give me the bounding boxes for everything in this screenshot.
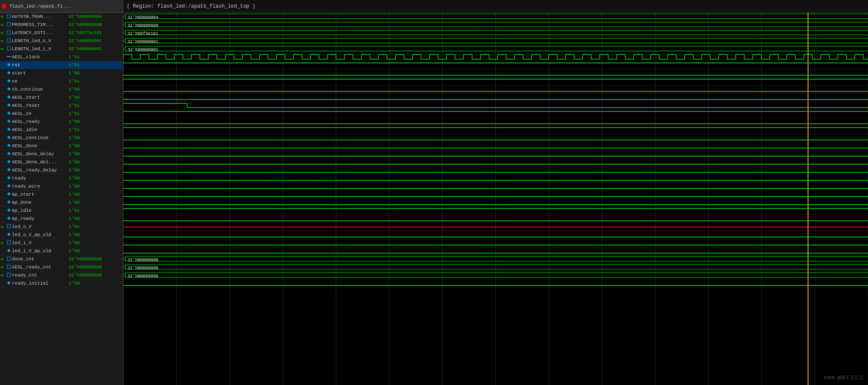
svg-marker-6 bbox=[7, 63, 11, 66]
bus-icon bbox=[7, 22, 11, 28]
svg-text:32'h00000001: 32'h00000001 bbox=[128, 40, 158, 44]
waveform-svg: 32'h0000000432'h0098968032'h05f5e10132'h… bbox=[123, 13, 868, 385]
signal-row-ap_idle[interactable]: ap_idle1'h1 bbox=[0, 207, 123, 215]
wire-signal-icon bbox=[7, 168, 11, 172]
signal-row-led_o_v[interactable]: ⊞led_o_V1'hx bbox=[0, 223, 123, 231]
signal-value-led_o_v: 1'hx bbox=[67, 224, 114, 229]
signal-row-aesl_ce[interactable]: AESL_ce1'h1 bbox=[0, 110, 123, 118]
svg-marker-12 bbox=[7, 111, 11, 115]
expand-btn-led_i_v[interactable]: ⊞ bbox=[1, 241, 6, 245]
signal-row-aesl_done[interactable]: AESL_done1'h0 bbox=[0, 142, 123, 150]
svg-rect-5 bbox=[7, 56, 11, 57]
wire-signal-icon bbox=[7, 281, 11, 285]
signal-value-led_i_v: 1'h0 bbox=[67, 240, 114, 245]
signal-row-aesl_clock[interactable]: AESL_clock1'h1 bbox=[0, 53, 123, 61]
expand-btn-ready_cnt[interactable]: ⊞ bbox=[1, 273, 6, 278]
bus-icon bbox=[7, 265, 11, 270]
signal-value-length_led_i_v: 32'h00000001 bbox=[67, 46, 114, 51]
bus-icon bbox=[7, 30, 11, 36]
expand-btn-aesl_ready_cnt[interactable]: ⊞ bbox=[1, 265, 6, 270]
signal-row-led_i_v_ap_vld[interactable]: led_i_V_ap_vld1'h0 bbox=[0, 247, 123, 255]
signal-row-ce[interactable]: ce1'h1 bbox=[0, 77, 123, 86]
svg-marker-24 bbox=[7, 208, 11, 212]
signal-value-aesl_start: 1'h0 bbox=[67, 95, 114, 100]
signal-row-aesl_ready[interactable]: AESL_ready1'h0 bbox=[0, 118, 123, 126]
signal-row-ready_wire[interactable]: ready_wire1'h0 bbox=[0, 183, 123, 191]
wire-icon bbox=[7, 216, 11, 222]
wire-signal-icon bbox=[7, 87, 11, 91]
signal-name-aesl_clock: AESL_clock bbox=[12, 54, 40, 60]
signal-row-start[interactable]: start1'h0 bbox=[0, 69, 123, 77]
signal-name-aesl_ce: AESL_ce bbox=[12, 111, 31, 116]
waveform-content[interactable]: 32'h0000000432'h0098968032'h05f5e10132'h… bbox=[123, 13, 868, 385]
signal-name-start: start bbox=[12, 71, 26, 76]
signal-value-ap_done: 1'h0 bbox=[67, 200, 114, 205]
signal-row-rst[interactable]: rst1'h1 bbox=[0, 61, 123, 69]
expand-btn-latency_esti[interactable]: ⊞ bbox=[1, 31, 6, 35]
wire-signal-icon bbox=[7, 143, 11, 148]
signal-row-led_i_v[interactable]: ⊞led_i_V1'h0 bbox=[0, 239, 123, 247]
expand-btn-done_cnt[interactable]: ⊞ bbox=[1, 257, 6, 262]
signal-row-autotb_tran[interactable]: ⊞AUTOTB_TRAN...32'h00000004 bbox=[0, 13, 123, 21]
signal-row-ready[interactable]: ready1'h0 bbox=[0, 174, 123, 183]
signal-value-ready_cnt: 32'h00000000 bbox=[67, 273, 114, 278]
wire-signal-icon bbox=[7, 127, 11, 131]
expand-btn-length_led_o_v[interactable]: ⊞ bbox=[1, 39, 6, 43]
wire-signal-icon bbox=[7, 95, 11, 99]
watermark: CSDN @混子王江江 bbox=[823, 374, 864, 381]
signal-row-ready_cnt[interactable]: ⊞ready_cnt32'h00000000 bbox=[0, 271, 123, 279]
svg-marker-10 bbox=[7, 95, 11, 99]
signal-value-ap_ready: 1'h0 bbox=[67, 216, 114, 221]
signal-panel: flash_led:/apatb_fl... ⊞AUTOTB_TRAN...32… bbox=[0, 0, 123, 385]
signal-row-aesl_reset[interactable]: AESL_reset1'h1 bbox=[0, 102, 123, 110]
wire-signal-icon bbox=[7, 176, 11, 180]
signal-row-done_cnt[interactable]: ⊞done_cnt32'h00000000 bbox=[0, 255, 123, 263]
signal-row-aesl_done_delay[interactable]: AESL_done_delay1'h0 bbox=[0, 150, 123, 158]
signal-value-led_i_v_ap_vld: 1'h0 bbox=[67, 248, 114, 254]
expand-btn-length_led_i_v[interactable]: ⊞ bbox=[1, 47, 6, 51]
svg-marker-20 bbox=[7, 176, 11, 180]
wire-icon bbox=[7, 151, 11, 157]
signal-row-length_led_i_v[interactable]: ⊞LENGTH_led_i_V32'h00000001 bbox=[0, 45, 123, 53]
signal-row-aesl_ready_delay[interactable]: AESL_ready_delay1'h0 bbox=[0, 166, 123, 174]
signal-row-ap_start[interactable]: ap_start1'h0 bbox=[0, 191, 123, 199]
signal-row-aesl_continue[interactable]: AESL_continue1'h0 bbox=[0, 134, 123, 142]
signal-name-aesl_ready_delay: AESL_ready_delay bbox=[12, 168, 57, 173]
signal-name-aesl_done: AESL_done bbox=[12, 143, 37, 148]
expand-btn-led_o_v[interactable]: ⊞ bbox=[1, 225, 6, 229]
signal-row-aesl_ready_cnt[interactable]: ⊞AESL_ready_cnt32'h00000000 bbox=[0, 263, 123, 271]
svg-rect-32 bbox=[7, 273, 11, 277]
svg-marker-18 bbox=[7, 160, 11, 163]
signal-panel-header: flash_led:/apatb_fl... bbox=[0, 0, 123, 13]
signal-row-aesl_start[interactable]: AESL_start1'h0 bbox=[0, 94, 123, 102]
wire-icon bbox=[7, 119, 11, 125]
svg-text:32'h05f5e101: 32'h05f5e101 bbox=[128, 31, 158, 36]
svg-marker-14 bbox=[7, 128, 11, 131]
signal-value-ce: 1'h1 bbox=[67, 79, 114, 84]
signal-name-ap_start: ap_start bbox=[12, 192, 34, 197]
wire-icon bbox=[7, 79, 11, 84]
signal-row-length_led_o_v[interactable]: ⊞LENGTH_led_o_V32'h00000001 bbox=[0, 37, 123, 45]
signal-row-led_o_v_ap_vld[interactable]: led_o_V_ap_vld1'h0 bbox=[0, 231, 123, 239]
bus-icon bbox=[7, 273, 11, 278]
signal-row-ap_done[interactable]: ap_done1'h0 bbox=[0, 199, 123, 207]
signal-row-progress_tim[interactable]: ⊞PROGRESS_TIM...32'h00989680 bbox=[0, 21, 123, 29]
waveform-header: ( Region: flash_led:/apatb_flash_led_top… bbox=[123, 0, 868, 13]
svg-text:32'h00000000: 32'h00000000 bbox=[128, 274, 158, 279]
signal-value-ready_wire: 1'h0 bbox=[67, 184, 114, 189]
bus-signal-icon bbox=[7, 224, 11, 228]
svg-rect-28 bbox=[7, 241, 11, 244]
signal-row-tb_continue[interactable]: tb_continue1'h0 bbox=[0, 86, 123, 94]
signal-row-ready_initial[interactable]: ready_initial1'h0 bbox=[0, 279, 123, 288]
signal-row-aesl_done_del[interactable]: AESL_done_del...1'h0 bbox=[0, 158, 123, 166]
svg-marker-17 bbox=[7, 152, 11, 155]
wire-icon bbox=[7, 127, 11, 133]
wire-icon bbox=[7, 63, 11, 68]
signal-row-aesl_idle[interactable]: AESL_idle1'h1 bbox=[0, 126, 123, 134]
wire-icon bbox=[7, 176, 11, 181]
expand-btn-progress_tim[interactable]: ⊞ bbox=[1, 23, 6, 27]
signal-row-ap_ready[interactable]: ap_ready1'h0 bbox=[0, 215, 123, 223]
expand-btn-autotb_tran[interactable]: ⊞ bbox=[1, 14, 6, 19]
signal-value-aesl_ce: 1'h1 bbox=[67, 111, 114, 116]
signal-row-latency_esti[interactable]: ⊞LATENCY_ESTI...32'h05f5e101 bbox=[0, 29, 123, 37]
